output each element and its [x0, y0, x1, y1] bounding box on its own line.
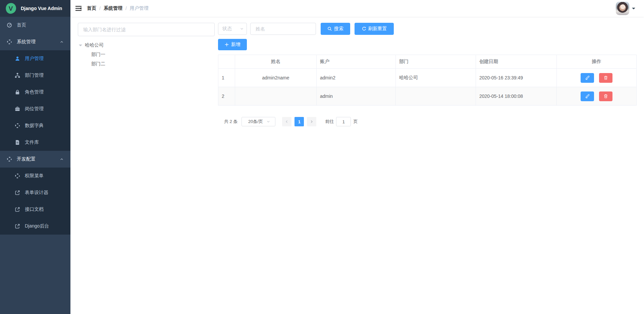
edit-button[interactable] [581, 73, 594, 83]
pencil-icon [585, 75, 590, 80]
cell-index: 2 [218, 87, 235, 106]
sidebar-item-label: 文件库 [25, 139, 39, 145]
users-table: 姓名 账户 部门 创建日期 操作 1 admin2name admin2 哈哈公 [218, 55, 637, 106]
search-button-label: 搜索 [334, 26, 343, 32]
name-search-input[interactable] [250, 23, 316, 35]
filter-row: 状态 搜索 刷新重置 [218, 23, 637, 35]
tree-expand-caret-icon[interactable] [79, 45, 82, 48]
plus-icon [224, 42, 229, 47]
user-icon [15, 56, 20, 61]
sidebar: V Django Vue Admin 首页 系统管理 用户管理 [0, 0, 70, 314]
component-icon [7, 156, 12, 162]
col-header-index [218, 55, 235, 69]
sidebar-item-system[interactable]: 系统管理 [0, 34, 70, 50]
cell-dept [396, 87, 476, 106]
chevron-down-icon [266, 120, 270, 124]
page-size-select[interactable]: 20条/页 [241, 117, 275, 126]
svg-text:V: V [9, 5, 13, 12]
cell-account: admin2 [317, 69, 396, 87]
logo[interactable]: V Django Vue Admin [0, 0, 70, 17]
edit-button[interactable] [581, 91, 594, 101]
devconfig-submenu: 权限菜单 表单设计器 接口文档 Django后台 [0, 168, 70, 235]
page-number-button[interactable]: 1 [294, 117, 304, 126]
sidebar-item-django-admin[interactable]: Django后台 [0, 218, 70, 235]
system-submenu: 用户管理 部门管理 角色管理 岗位管理 数据字典 [0, 50, 70, 151]
sidebar-item-users[interactable]: 用户管理 [0, 50, 70, 67]
add-button-label: 新增 [231, 42, 240, 48]
sidebar-item-devconfig[interactable]: 开发配置 [0, 151, 70, 168]
main-area: 首页 / 系统管理 / 用户管理 哈哈公司 [70, 0, 644, 314]
delete-button[interactable] [599, 91, 612, 101]
delete-button[interactable] [599, 73, 612, 83]
chevron-up-icon [60, 40, 64, 44]
cell-actions [557, 69, 637, 87]
component-icon [15, 173, 20, 179]
tree-node-label: 哈哈公司 [85, 42, 104, 48]
table-header-row: 姓名 账户 部门 创建日期 操作 [218, 55, 637, 69]
sidebar-item-form-designer[interactable]: 表单设计器 [0, 184, 70, 201]
external-link-icon [15, 224, 20, 229]
trash-icon [603, 94, 608, 99]
sidebar-item-dictionary[interactable]: 数据字典 [0, 117, 70, 134]
tree-node-dept1[interactable]: 部门一 [78, 50, 215, 59]
col-header-dept: 部门 [396, 55, 476, 69]
avatar[interactable] [616, 2, 629, 15]
status-select[interactable]: 状态 [218, 23, 247, 35]
sidebar-item-roles[interactable]: 角色管理 [0, 84, 70, 101]
col-header-actions: 操作 [557, 55, 637, 69]
app-root: V Django Vue Admin 首页 系统管理 用户管理 [0, 0, 644, 314]
trash-icon [603, 75, 608, 80]
col-header-created: 创建日期 [476, 55, 557, 69]
cell-actions [557, 87, 637, 106]
file-icon [15, 140, 20, 145]
cell-name: admin2name [235, 69, 317, 87]
pagination-total: 共 2 条 [224, 119, 237, 125]
breadcrumb-current: 用户管理 [130, 5, 149, 11]
search-button[interactable]: 搜索 [321, 23, 350, 35]
collapse-sidebar-button[interactable] [70, 0, 87, 17]
cell-account: admin [317, 87, 396, 106]
breadcrumb-home[interactable]: 首页 [87, 5, 96, 11]
search-icon [327, 26, 332, 31]
page-content: 哈哈公司 部门一 部门二 状态 [70, 17, 644, 314]
pencil-icon [585, 94, 590, 99]
status-select-placeholder: 状态 [222, 26, 232, 32]
sidebar-item-label: 数据字典 [25, 123, 44, 129]
refresh-reset-button[interactable]: 刷新重置 [355, 23, 394, 35]
col-header-name: 姓名 [235, 55, 317, 69]
sidebar-item-departments[interactable]: 部门管理 [0, 67, 70, 84]
pagination: 共 2 条 20条/页 1 前往 页 [218, 117, 637, 126]
goto-suffix: 页 [353, 119, 358, 125]
cell-name [235, 87, 317, 106]
table-row: 2 admin 2020-05-14 18:00:08 [218, 87, 637, 106]
sidebar-item-label: 部门管理 [25, 72, 44, 78]
tree-node-label: 部门二 [91, 61, 105, 67]
sidebar-menu: 首页 系统管理 用户管理 部门管理 [0, 17, 70, 235]
reset-button-label: 刷新重置 [368, 26, 387, 32]
add-button[interactable]: 新增 [218, 39, 247, 50]
sidebar-item-api-docs[interactable]: 接口文档 [0, 201, 70, 218]
department-panel: 哈哈公司 部门一 部门二 [78, 23, 215, 314]
sidebar-item-permission-menu[interactable]: 权限菜单 [0, 168, 70, 184]
goto-page-input[interactable] [336, 117, 351, 126]
next-page-button[interactable] [307, 117, 316, 126]
chevron-left-icon [285, 120, 289, 124]
sidebar-item-posts[interactable]: 岗位管理 [0, 101, 70, 117]
cell-created: 2020-05-16 23:39:49 [476, 69, 557, 87]
dept-filter-input[interactable] [78, 23, 215, 36]
user-menu[interactable] [616, 2, 635, 15]
breadcrumb: 首页 / 系统管理 / 用户管理 [87, 5, 149, 11]
briefcase-icon [15, 106, 20, 112]
breadcrumb-system[interactable]: 系统管理 [104, 5, 122, 11]
cell-index: 1 [218, 69, 235, 87]
breadcrumb-separator: / [125, 6, 127, 11]
cell-dept: 哈哈公司 [396, 69, 476, 87]
sidebar-item-files[interactable]: 文件库 [0, 134, 70, 151]
tree-node-company[interactable]: 哈哈公司 [78, 41, 215, 50]
prev-page-button[interactable] [282, 117, 291, 126]
chevron-up-icon [60, 157, 64, 161]
breadcrumb-separator: / [99, 6, 101, 11]
sidebar-item-home[interactable]: 首页 [0, 17, 70, 34]
tree-node-dept2[interactable]: 部门二 [78, 59, 215, 69]
tree-node-label: 部门一 [91, 52, 105, 58]
